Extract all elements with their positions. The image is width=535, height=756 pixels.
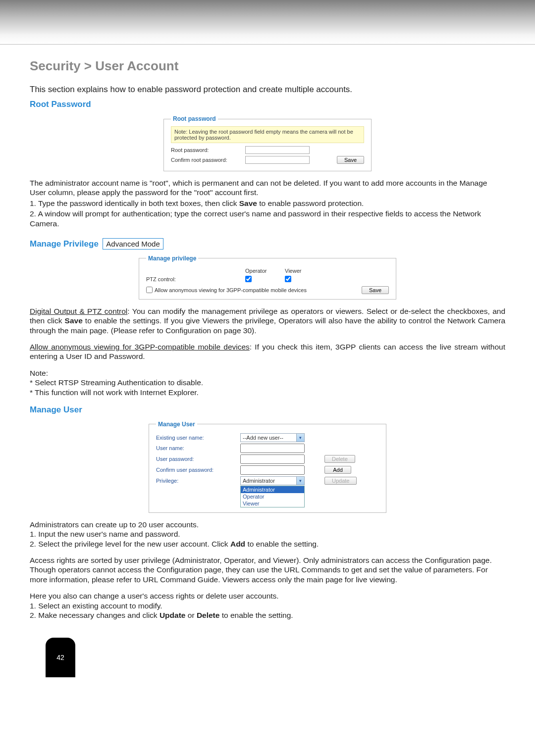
confirm-user-password-label: Confirm user password: [156, 467, 240, 473]
username-input[interactable] [240, 444, 305, 453]
user-text-p3: Here you also can change a user's access… [30, 591, 505, 601]
advanced-mode-tag: Advanced Mode [103, 238, 163, 250]
chevron-down-icon: ▾ [296, 434, 304, 442]
root-text-li1-a: 1. Type the password identically in both… [30, 199, 239, 207]
existing-user-value: --Add new user-- [243, 435, 283, 441]
root-text-li1-b: Save [239, 199, 257, 207]
page-content: Security > User Account This section exp… [0, 45, 535, 692]
intro-text: This section explains how to enable pass… [30, 85, 505, 95]
user-text-li4: 2. Make necessary changes and click Upda… [30, 610, 505, 620]
root-password-panel: Root password Note: Leaving the root pas… [163, 115, 372, 171]
user-text-li2-a: 2. Select the privilege level for the ne… [30, 540, 230, 548]
priv-text-p2a: Allow anonymous viewing for 3GPP-compati… [30, 343, 250, 351]
manage-user-fieldset: Manage User Existing user name: --Add ne… [149, 421, 386, 513]
root-password-fieldset: Root password Note: Leaving the root pas… [163, 115, 372, 171]
priv-note-2: * This function will not work with Inter… [30, 388, 505, 397]
user-password-input[interactable] [240, 454, 305, 464]
root-text-li1-c: to enable password protection. [257, 199, 364, 207]
add-button[interactable]: Add [324, 466, 351, 474]
root-password-input[interactable] [245, 146, 310, 154]
privilege-option-viewer[interactable]: Viewer [241, 500, 304, 507]
user-text-li4-c: or [185, 611, 196, 619]
priv-note: Note: [30, 368, 505, 378]
username-label: User name: [156, 445, 240, 451]
confirm-root-password-label: Confirm root password: [171, 157, 245, 163]
privilege-body: Digital Output & PTZ control: You can mo… [30, 306, 505, 397]
manage-privilege-panel: Manage privilege Operator Viewer PTZ con… [139, 255, 396, 300]
root-text-li2: 2. A window will prompt for authenticati… [30, 209, 505, 228]
confirm-root-password-input[interactable] [245, 156, 310, 164]
col-viewer: Viewer [285, 268, 324, 274]
privilege-dropdown-list[interactable]: Administrator Operator Viewer [240, 486, 305, 507]
root-password-heading: Root Password [30, 100, 91, 109]
user-text-p1: Administrators can create up to 20 user … [30, 520, 505, 529]
root-password-save-button[interactable]: Save [337, 156, 364, 164]
user-text-li1: 1. Input the new user's name and passwor… [30, 529, 505, 539]
manage-user-legend: Manage User [156, 421, 197, 428]
update-button[interactable]: Update [324, 477, 357, 485]
user-text-li4-e: to enable the setting. [219, 611, 293, 619]
root-password-body: The administrator account name is "root"… [30, 178, 505, 228]
breadcrumb: Security > User Account [30, 58, 505, 74]
manage-user-body: Administrators can create up to 20 user … [30, 520, 505, 620]
col-operator: Operator [245, 268, 285, 274]
privilege-label: Privilege: [156, 478, 240, 484]
manage-privilege-fieldset: Manage privilege Operator Viewer PTZ con… [139, 255, 396, 300]
root-text-p1: The administrator account name is "root"… [30, 178, 505, 198]
existing-user-label: Existing user name: [156, 435, 240, 441]
priv-text-p1a: Digital Output & PTZ control [30, 307, 127, 315]
existing-user-select[interactable]: --Add new user-- ▾ [240, 433, 305, 442]
user-text-p2: Access rights are sorted by user privile… [30, 555, 505, 584]
ptz-viewer-checkbox[interactable] [285, 276, 291, 282]
confirm-user-password-input[interactable] [240, 465, 305, 475]
allow-anonymous-checkbox[interactable] [146, 287, 153, 293]
user-text-li2: 2. Select the privilege level for the ne… [30, 539, 505, 549]
root-password-label: Root password: [171, 147, 245, 153]
ptz-control-label: PTZ control: [146, 276, 245, 282]
delete-button[interactable]: Delete [324, 455, 355, 463]
privilege-selected-value: Administrator [243, 478, 275, 484]
user-text-li4-b: Update [160, 611, 186, 619]
privilege-option-administrator[interactable]: Administrator [241, 486, 304, 493]
root-text-li1: 1. Type the password identically in both… [30, 199, 505, 208]
priv-note-1: * Select RTSP Streaming Authentication t… [30, 378, 505, 387]
chevron-down-icon: ▾ [296, 477, 304, 485]
user-text-li4-a: 2. Make necessary changes and click [30, 611, 160, 619]
user-text-li4-d: Delete [197, 611, 220, 619]
manage-privilege-save-button[interactable]: Save [362, 286, 389, 294]
allow-anonymous-label: Allow anonymous viewing for 3GPP-compati… [155, 287, 307, 293]
manage-privilege-legend: Manage privilege [146, 255, 198, 262]
priv-text-p1c: Save [65, 316, 83, 325]
page-number-tab: 42 [46, 638, 75, 677]
root-password-note: Note: Leaving the root password field em… [171, 126, 364, 143]
header-gradient [0, 0, 535, 45]
user-text-li2-b: Add [230, 540, 245, 548]
page-number: 42 [56, 654, 64, 661]
manage-privilege-heading: Manage Privilege [30, 239, 99, 249]
manage-user-panel: Manage User Existing user name: --Add ne… [149, 421, 386, 513]
manage-user-heading: Manage User [30, 405, 82, 415]
ptz-operator-checkbox[interactable] [245, 276, 252, 282]
root-password-legend: Root password [171, 115, 218, 122]
privilege-select[interactable]: Administrator ▾ [240, 476, 305, 485]
user-password-label: User password: [156, 456, 240, 462]
user-text-li2-c: to enable the setting. [245, 540, 319, 548]
privilege-option-operator[interactable]: Operator [241, 493, 304, 500]
user-text-li3: 1. Select an existing account to modify. [30, 601, 505, 610]
priv-text-p1d: to enable the settings. If you give View… [30, 316, 505, 334]
